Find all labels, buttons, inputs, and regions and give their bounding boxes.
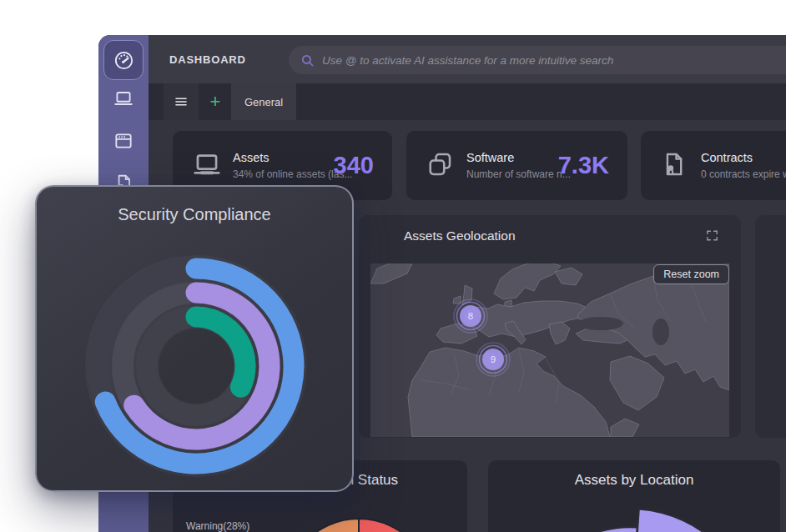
security-rings-svg	[79, 249, 313, 483]
search-icon	[300, 53, 315, 68]
software-stack-icon	[425, 149, 456, 183]
header-bar: DASHBOARD	[149, 35, 786, 83]
clipped-right-panel	[755, 215, 786, 438]
add-tab-button[interactable]: +	[199, 83, 231, 120]
gauge-icon	[113, 49, 135, 72]
world-map: 89	[370, 263, 729, 437]
tab-general[interactable]: General	[231, 83, 296, 120]
page-title: DASHBOARD	[169, 53, 246, 66]
tab-bar: + General	[149, 83, 786, 120]
health-pie-svg	[173, 510, 467, 532]
search-bar	[289, 46, 786, 74]
reset-zoom-button[interactable]: Reset zoom	[653, 264, 729, 284]
fullscreen-icon[interactable]	[705, 228, 719, 243]
card-value: 7.3K	[550, 152, 609, 179]
overlay-title: Security Compliance	[37, 205, 352, 224]
laptop-icon	[191, 148, 223, 183]
security-compliance-card: Security Compliance	[35, 185, 354, 492]
stat-card-software[interactable]: Software Number of software n... 7.3K	[406, 131, 627, 200]
location-polar-svg	[488, 506, 780, 532]
card-subtitle: Number of software n...	[466, 168, 550, 180]
sidebar-item-assets[interactable]	[112, 87, 135, 110]
hamburger-icon	[174, 94, 189, 109]
panel-title: Assets Geolocation	[404, 228, 516, 243]
map-caspian-sea	[652, 319, 669, 345]
laptop-icon	[113, 88, 134, 109]
svg-text:8: 8	[468, 311, 473, 321]
card-title: Software	[466, 151, 550, 164]
sidebar-item-software[interactable]	[112, 129, 135, 153]
contract-icon	[659, 150, 691, 182]
screen: DASHBOARD + General	[0, 0, 786, 532]
map-black-sea	[578, 317, 623, 330]
panel-title: Assets by Location	[488, 472, 780, 489]
card-subtitle: 0 contracts expire wit	[701, 168, 786, 180]
svg-text:9: 9	[491, 354, 496, 364]
search-input[interactable]	[322, 54, 786, 67]
card-title: Contracts	[701, 151, 786, 164]
tab-menu-button[interactable]	[164, 83, 199, 120]
app-window-icon	[113, 130, 134, 152]
stat-card-contracts[interactable]: Contracts 0 contracts expire wit	[641, 131, 786, 200]
card-subtitle: 34% of online assets (las...	[233, 168, 325, 180]
geolocation-panel: Assets Geolocation	[359, 215, 741, 438]
rings-center-disc	[159, 329, 234, 404]
sidebar-item-dashboard[interactable]	[103, 40, 144, 80]
card-title: Assets	[233, 151, 325, 164]
card-value: 340	[325, 152, 374, 179]
assets-by-location-panel: Assets by Location	[488, 460, 780, 532]
